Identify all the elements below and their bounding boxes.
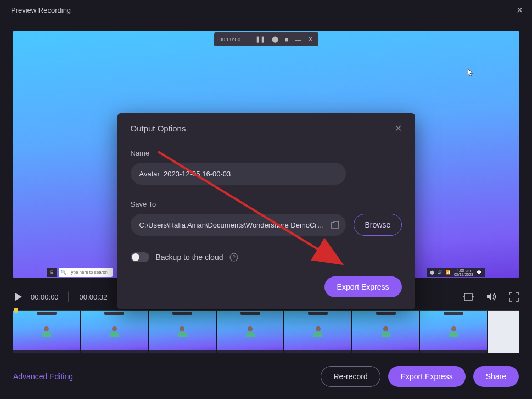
timeline[interactable] bbox=[13, 310, 519, 353]
stop-icon: ■ bbox=[285, 36, 289, 43]
svg-text:?: ? bbox=[233, 254, 236, 261]
play-icon[interactable] bbox=[13, 292, 23, 302]
fullscreen-icon[interactable] bbox=[509, 292, 519, 302]
volume-icon[interactable] bbox=[486, 292, 497, 302]
overlay-time: 00:00:00 bbox=[220, 37, 241, 42]
minimize-icon: — bbox=[295, 36, 301, 43]
windows-start-icon: ⊞ bbox=[47, 268, 57, 277]
folder-icon bbox=[331, 221, 339, 229]
backup-cloud-toggle[interactable] bbox=[131, 252, 149, 262]
timeline-thumb-end[interactable] bbox=[488, 311, 519, 353]
name-input[interactable] bbox=[131, 163, 346, 185]
window-title: Preview Recording bbox=[11, 6, 71, 14]
close-icon[interactable]: ✕ bbox=[516, 5, 523, 15]
name-label: Name bbox=[131, 149, 402, 157]
help-icon[interactable]: ? bbox=[229, 253, 238, 262]
share-button[interactable]: Share bbox=[473, 366, 519, 387]
dialog-export-button[interactable]: Export Express bbox=[324, 276, 402, 297]
timeline-thumb[interactable] bbox=[284, 311, 351, 353]
timeline-thumb[interactable] bbox=[352, 311, 419, 353]
dialog-close-icon[interactable]: ✕ bbox=[395, 123, 402, 134]
duration: 00:00:32 bbox=[80, 293, 108, 301]
footer-bar: Advanced Editing Re-record Export Expres… bbox=[13, 366, 519, 387]
timeline-thumb[interactable] bbox=[13, 311, 80, 353]
advanced-editing-link[interactable]: Advanced Editing bbox=[13, 372, 73, 381]
timeline-thumb[interactable] bbox=[149, 311, 216, 353]
timeline-thumb[interactable] bbox=[81, 311, 148, 353]
windows-system-tray: ⬤🔊📶 4:00 pm 05/12/2023 💬 bbox=[427, 268, 485, 277]
timeline-thumb[interactable] bbox=[420, 311, 487, 353]
export-express-button[interactable]: Export Express bbox=[388, 366, 466, 387]
current-time: 00:00:00 bbox=[31, 293, 59, 301]
timeline-thumb[interactable] bbox=[217, 311, 284, 353]
recording-overlay-bar: 00:00:00 ❚❚ ⬤ ■ — ✕ bbox=[214, 32, 318, 46]
mouse-cursor-icon bbox=[467, 68, 474, 77]
pause-icon: ❚❚ bbox=[255, 36, 265, 43]
record-icon: ⬤ bbox=[272, 36, 278, 43]
re-record-button[interactable]: Re-record bbox=[321, 366, 380, 387]
browse-button[interactable]: Browse bbox=[354, 214, 402, 236]
close-overlay-icon: ✕ bbox=[308, 36, 313, 43]
crop-icon[interactable] bbox=[463, 292, 474, 302]
windows-search-box: 🔍Type here to search bbox=[59, 268, 113, 277]
timeline-playhead[interactable] bbox=[14, 308, 18, 314]
svg-rect-0 bbox=[464, 293, 472, 300]
dialog-title: Output Options bbox=[131, 124, 186, 133]
save-to-label: Save To bbox=[131, 200, 402, 208]
backup-label: Backup to the cloud bbox=[156, 253, 223, 262]
output-options-dialog: Output Options ✕ Name Save To C:\Users\R… bbox=[117, 113, 415, 309]
save-path-input[interactable]: C:\Users\Rafia Aman\Documents\Wondershar… bbox=[131, 214, 346, 236]
save-path-text: C:\Users\Rafia Aman\Documents\Wondershar… bbox=[139, 221, 326, 229]
window-titlebar: Preview Recording ✕ bbox=[0, 0, 532, 20]
